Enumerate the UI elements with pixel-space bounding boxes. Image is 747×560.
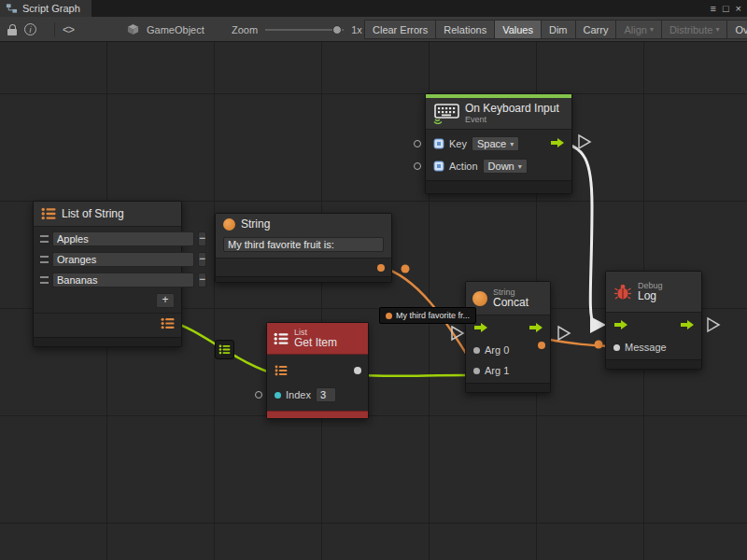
string-output-port[interactable]	[377, 264, 385, 272]
add-item-button[interactable]: +	[156, 293, 175, 308]
align-dropdown[interactable]: Align▾	[615, 20, 661, 39]
node-footer-error	[267, 411, 368, 418]
clear-errors-button[interactable]: Clear Errors	[364, 20, 436, 39]
flow-out-port[interactable]	[550, 135, 565, 152]
remove-item-button[interactable]: −	[198, 252, 206, 267]
chevron-down-icon: ▾	[518, 162, 522, 171]
arg1-label: Arg 1	[485, 365, 509, 376]
tab-script-graph[interactable]: Script Graph	[0, 0, 92, 17]
keycode-icon	[433, 161, 444, 172]
zoom-slider[interactable]	[265, 23, 344, 36]
toolbar-buttons: Clear Errors Relations Values Dim Carry …	[365, 20, 747, 39]
distribute-dropdown[interactable]: Distribute▾	[661, 20, 727, 39]
wire-value-preview: My third favorite fr...	[379, 307, 476, 324]
list-input-port[interactable]	[275, 365, 288, 376]
unity-script-graph-window: Script Graph ≡ □ × i <> GameObject Zoom	[0, 0, 747, 560]
chevron-down-icon: ▾	[650, 25, 654, 34]
arg0-input-port[interactable]	[473, 347, 480, 354]
flow-triangle-log-out	[708, 318, 719, 331]
value-preview-text: My third favorite fr...	[396, 311, 470, 320]
window-menu-icon[interactable]: ≡	[710, 1, 715, 16]
flow-triangle-concat-out	[558, 327, 570, 340]
wire-getitem-to-concat-arg1[interactable]	[359, 375, 467, 376]
node-footer	[426, 180, 571, 193]
remove-item-button[interactable]: −	[198, 231, 206, 246]
index-input-port[interactable]	[255, 391, 262, 399]
list-icon	[41, 207, 56, 220]
chevron-down-icon: ▾	[715, 25, 719, 34]
dim-button[interactable]: Dim	[541, 20, 576, 39]
node-subtitle: Event	[465, 115, 559, 124]
action-value-dropdown[interactable]: Down▾	[483, 159, 528, 174]
gameobject-label: GameObject	[147, 24, 204, 35]
keyboard-icon	[433, 104, 459, 124]
list-output-port[interactable]	[161, 316, 175, 333]
info-icon[interactable]: i	[24, 23, 36, 35]
message-input-port[interactable]	[613, 344, 620, 351]
node-concat[interactable]: String Concat Arg 0 Arg 1	[465, 281, 551, 393]
list-item-row: −	[34, 270, 181, 290]
node-title: Concat	[493, 297, 529, 309]
graph-canvas[interactable]: On Keyboard Input Event Key Space▾	[0, 42, 747, 560]
node-get-item[interactable]: List Get Item Index	[266, 322, 369, 419]
toolbar-separator	[54, 22, 55, 37]
keycode-icon	[433, 138, 444, 149]
key-label: Key	[449, 138, 467, 149]
zoom-slider-knob[interactable]	[332, 25, 342, 35]
node-list-of-string[interactable]: List of String − − −	[33, 201, 182, 347]
lock-icon[interactable]	[7, 24, 17, 35]
values-button[interactable]: Values	[494, 20, 542, 39]
value-dot-string-wire	[402, 265, 410, 273]
wire-list-type-badge	[215, 340, 234, 359]
flow-out-port[interactable]	[680, 317, 695, 334]
flow-out-port[interactable]	[529, 320, 543, 337]
index-label: Index	[286, 389, 311, 400]
arg0-label: Arg 0	[485, 344, 509, 356]
node-title: Log	[638, 290, 663, 302]
node-string[interactable]: String	[215, 213, 392, 283]
list-item-input[interactable]	[52, 273, 194, 287]
flow-arrowhead-into-log	[590, 316, 606, 333]
message-label: Message	[625, 342, 667, 353]
relations-button[interactable]: Relations	[435, 20, 495, 39]
list-item-input[interactable]	[52, 252, 194, 267]
index-input[interactable]	[316, 387, 336, 402]
script-graph-icon	[6, 3, 18, 14]
drag-handle-icon[interactable]	[40, 235, 49, 243]
remove-item-button[interactable]: −	[198, 273, 206, 287]
list-icon	[218, 344, 231, 355]
close-icon[interactable]: ×	[736, 1, 741, 16]
edit-code-icon[interactable]: <>	[63, 23, 74, 36]
node-footer	[216, 276, 391, 282]
action-input-port[interactable]	[414, 162, 421, 170]
zoom-label: Zoom	[232, 24, 258, 35]
carry-button[interactable]: Carry	[575, 20, 617, 39]
drag-handle-icon[interactable]	[40, 276, 49, 284]
string-type-icon	[223, 218, 235, 231]
list-item-row: −	[34, 229, 181, 249]
flow-in-port[interactable]	[613, 317, 628, 334]
flow-triangle-keyboard-out	[579, 135, 590, 148]
list-item-input[interactable]	[52, 231, 194, 246]
node-title: String	[241, 218, 270, 231]
key-input-port[interactable]	[414, 140, 421, 147]
integer-type-dot	[275, 392, 281, 399]
value-dot-concat-wire	[595, 341, 603, 349]
item-output-port[interactable]	[354, 367, 361, 374]
gameobject-icon	[127, 23, 139, 35]
bug-icon	[613, 283, 632, 301]
key-value-dropdown[interactable]: Space▾	[472, 136, 519, 151]
maximize-icon[interactable]: □	[723, 1, 729, 16]
node-footer	[34, 337, 181, 346]
overview-button[interactable]: Overv	[726, 20, 747, 39]
arg1-input-port[interactable]	[473, 368, 480, 374]
window-controls: ≡ □ ×	[710, 1, 747, 16]
node-on-keyboard-input[interactable]: On Keyboard Input Event Key Space▾	[425, 93, 572, 194]
string-type-icon	[472, 291, 487, 306]
tab-title: Script Graph	[22, 3, 80, 14]
node-log[interactable]: Debug Log Message	[605, 271, 702, 370]
node-title: List of String	[62, 208, 124, 220]
string-value-input[interactable]	[223, 237, 384, 252]
drag-handle-icon[interactable]	[40, 256, 49, 263]
node-title: On Keyboard Input	[465, 103, 559, 115]
